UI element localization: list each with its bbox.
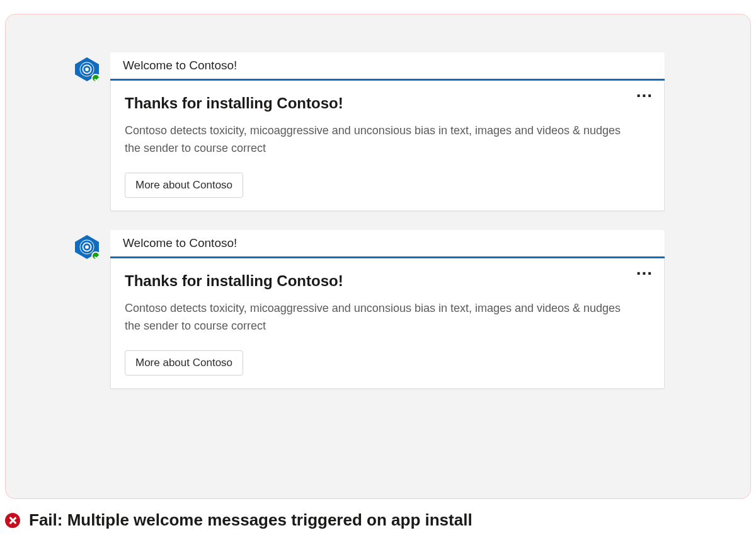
fail-icon	[5, 513, 20, 528]
card-header: Welcome to Contoso!	[110, 230, 665, 256]
card-description: Contoso detects toxicity, micoaggressive…	[125, 122, 622, 158]
more-about-button[interactable]: More about Contoso	[125, 350, 243, 376]
card-body: ··· Thanks for installing Contoso! Conto…	[110, 81, 665, 211]
bot-avatar	[75, 57, 99, 81]
more-options-icon[interactable]: ···	[636, 270, 653, 277]
example-frame: Welcome to Contoso! ··· Thanks for insta…	[5, 14, 751, 499]
adaptive-card: Welcome to Contoso! ··· Thanks for insta…	[110, 230, 665, 389]
more-options-icon[interactable]: ···	[636, 92, 653, 99]
presence-available-icon	[91, 74, 100, 83]
card-description: Contoso detects toxicity, micoaggressive…	[125, 300, 622, 335]
card-title: Thanks for installing Contoso!	[125, 272, 650, 290]
card-title: Thanks for installing Contoso!	[125, 95, 650, 112]
caption-row: Fail: Multiple welcome messages triggere…	[5, 510, 756, 530]
message-card: Welcome to Contoso! ··· Thanks for insta…	[75, 52, 750, 211]
card-header: Welcome to Contoso!	[110, 52, 665, 79]
card-body: ··· Thanks for installing Contoso! Conto…	[110, 258, 665, 389]
bot-avatar	[75, 235, 99, 259]
more-about-button[interactable]: More about Contoso	[125, 173, 243, 198]
adaptive-card: Welcome to Contoso! ··· Thanks for insta…	[110, 52, 665, 211]
message-card: Welcome to Contoso! ··· Thanks for insta…	[75, 230, 750, 389]
caption-text: Fail: Multiple welcome messages triggere…	[29, 510, 472, 530]
presence-available-icon	[91, 251, 100, 260]
